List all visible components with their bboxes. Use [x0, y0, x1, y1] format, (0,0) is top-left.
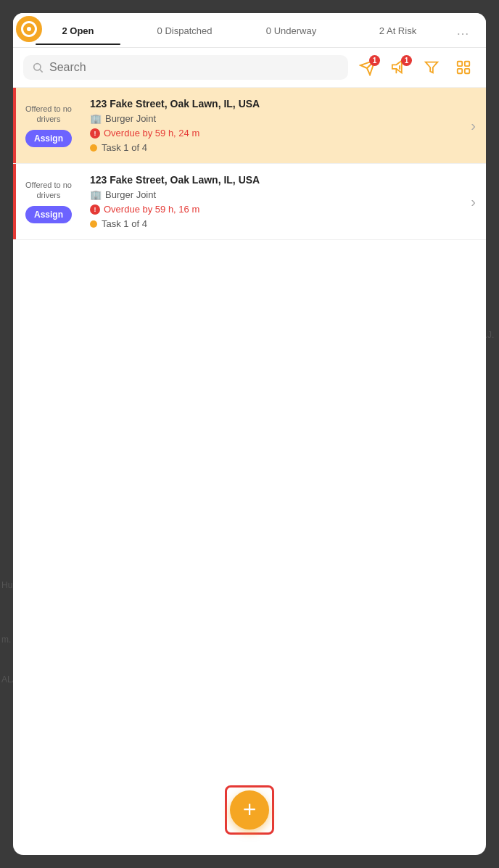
task-text-2: Task 1 of 4 — [102, 218, 147, 229]
notification-badge: 1 — [401, 55, 412, 66]
task-dot-2 — [90, 220, 97, 228]
order-overdue-2: Overdue by 59 h, 16 m — [90, 204, 459, 215]
order-content-1: 123 Fake Street, Oak Lawn, IL, USA 🏢 Bur… — [81, 88, 468, 163]
overdue-text-2: Overdue by 59 h, 16 m — [104, 204, 199, 215]
search-bar: 1 1 — [13, 48, 486, 88]
task-dot-1 — [90, 144, 97, 152]
send-button[interactable]: 1 — [355, 55, 380, 80]
search-input-wrap[interactable] — [23, 55, 348, 80]
order-item-1: Offered to no drivers Assign 123 Fake St… — [13, 88, 486, 164]
send-badge: 1 — [369, 55, 380, 66]
logo-button[interactable] — [16, 16, 42, 42]
task-info-2: Task 1 of 4 — [90, 218, 459, 229]
tab-dispatched[interactable]: 0 Dispatched — [131, 25, 238, 45]
business-icon-2: 🏢 — [90, 189, 102, 200]
overdue-text-1: Overdue by 59 h, 24 m — [104, 128, 199, 139]
overdue-dot-2 — [90, 204, 100, 215]
grid-button[interactable] — [451, 55, 476, 80]
order-overdue-1: Overdue by 59 h, 24 m — [90, 128, 459, 139]
assign-button-1[interactable]: Assign — [25, 130, 72, 147]
order-content-2: 123 Fake Street, Oak Lawn, IL, USA 🏢 Bur… — [81, 164, 468, 239]
assign-button-2[interactable]: Assign — [25, 206, 72, 223]
search-input[interactable] — [49, 61, 339, 74]
main-panel: 2 Open 0 Dispatched 0 Underway 2 At Risk… — [13, 13, 486, 855]
filter-button[interactable] — [419, 55, 444, 80]
search-icon — [32, 62, 44, 73]
business-icon-1: 🏢 — [90, 113, 102, 124]
logo-icon — [21, 21, 37, 37]
svg-rect-4 — [465, 62, 469, 66]
order-chevron-2[interactable]: › — [468, 164, 486, 239]
order-address-1: 123 Fake Street, Oak Lawn, IL, USA — [90, 98, 459, 109]
order-list: Offered to no drivers Assign 123 Fake St… — [13, 88, 486, 855]
tab-at-risk[interactable]: 2 At Risk — [345, 25, 451, 45]
tab-more[interactable]: … — [451, 23, 474, 47]
svg-line-1 — [40, 70, 43, 73]
business-name-2: Burger Joint — [105, 189, 156, 200]
order-chevron-1[interactable]: › — [468, 88, 486, 163]
task-info-1: Task 1 of 4 — [90, 142, 459, 153]
task-text-1: Task 1 of 4 — [102, 142, 147, 153]
svg-rect-6 — [465, 69, 469, 73]
order-item-2: Offered to no drivers Assign 123 Fake St… — [13, 164, 486, 240]
svg-rect-3 — [458, 62, 462, 66]
grid-icon — [455, 59, 471, 75]
svg-rect-5 — [458, 69, 462, 73]
order-sidebar-2: Offered to no drivers Assign — [16, 164, 81, 239]
overdue-dot-1 — [90, 128, 100, 139]
order-business-2: 🏢 Burger Joint — [90, 189, 459, 200]
order-business-1: 🏢 Burger Joint — [90, 113, 459, 124]
fab-outline: + — [225, 785, 274, 835]
toolbar-icons: 1 1 — [355, 55, 476, 80]
tab-bar: 2 Open 0 Dispatched 0 Underway 2 At Risk… — [13, 13, 486, 48]
add-icon: + — [243, 798, 257, 821]
add-button[interactable]: + — [230, 790, 269, 830]
map-label-m: m. — [1, 635, 11, 645]
filter-icon — [424, 59, 440, 75]
business-name-1: Burger Joint — [105, 113, 156, 124]
offered-label-2: Offered to no drivers — [22, 180, 75, 201]
tab-underway[interactable]: 0 Underway — [238, 25, 345, 45]
order-address-2: 123 Fake Street, Oak Lawn, IL, USA — [90, 174, 459, 186]
svg-point-0 — [34, 64, 41, 70]
order-sidebar-1: Offered to no drivers Assign — [16, 88, 81, 163]
offered-label-1: Offered to no drivers — [22, 104, 75, 125]
fab-wrap: + — [225, 785, 274, 835]
notification-button[interactable]: 1 — [387, 55, 412, 80]
svg-marker-2 — [426, 62, 438, 73]
